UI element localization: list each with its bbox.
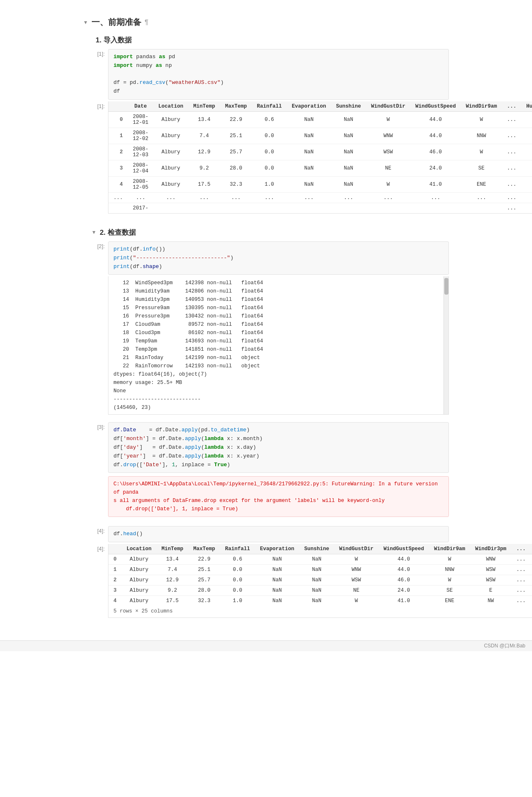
df4-col-winddir3pm: WindDir3pm bbox=[470, 544, 511, 554]
section1-title: 一、前期准备 bbox=[91, 17, 141, 28]
cell1-output: [1]: Date Location MinTemp MaxTemp Rainf… bbox=[83, 101, 449, 214]
df4-col-mintemp: MinTemp bbox=[157, 544, 189, 554]
df1-col-ellipsis: ... bbox=[502, 101, 522, 112]
df4-col-evaporation: Evaporation bbox=[255, 544, 300, 554]
cell1-code[interactable]: import pandas as pd import numpy as np d… bbox=[108, 49, 449, 100]
cell4-label: [4]: bbox=[83, 526, 108, 534]
collapse-triangle: ▼ bbox=[83, 20, 88, 25]
cell3-warning: C:\Users\ADMINI~1\AppData\Local\Temp/ipy… bbox=[83, 475, 449, 519]
cell4-output: [4]: Location MinTemp MaxTemp Rainfall E… bbox=[83, 544, 449, 618]
cell1: [1]: import pandas as pd import numpy as… bbox=[83, 49, 449, 100]
cell2-output: 12 WindSpeed3pm 142398 non-null float64 … bbox=[83, 276, 449, 415]
cell2-text-output: 12 WindSpeed3pm 142398 non-null float64 … bbox=[108, 276, 449, 415]
cell3: [3]: df.Date = df.Date.apply(pd.to_datet… bbox=[83, 422, 449, 473]
df-table-4: Location MinTemp MaxTemp Rainfall Evapor… bbox=[108, 544, 532, 606]
cell2-label: [2]: bbox=[83, 241, 108, 249]
section1-header[interactable]: ▼ 一、前期准备 ¶ bbox=[83, 17, 449, 28]
cell4-df-output: Location MinTemp MaxTemp Rainfall Evapor… bbox=[108, 544, 532, 618]
cell2-code[interactable]: print(df.info()) print("----------------… bbox=[108, 241, 449, 275]
table-row: 3 Albury 9.2 28.0 0.0 NaN NaN NE 24.0 SE bbox=[108, 585, 532, 596]
df1-col-mintemp: MinTemp bbox=[188, 101, 220, 112]
cell2: [2]: print(df.info()) print("-----------… bbox=[83, 241, 449, 275]
cell3-label: [3]: bbox=[83, 422, 108, 430]
cell1-content: import pandas as pd import numpy as np d… bbox=[108, 49, 449, 100]
cell4-code[interactable]: df.head() bbox=[108, 526, 449, 542]
rows-cols-info: 5 rows × 25 columns bbox=[108, 606, 532, 617]
cell2-content: print(df.info()) print("----------------… bbox=[108, 241, 449, 275]
table-row: 2 Albury 12.9 25.7 0.0 NaN NaN WSW 46.0 … bbox=[108, 575, 532, 585]
bottom-bar-text: CSDN @口Mr.Bab bbox=[484, 643, 525, 649]
subsection2-header[interactable]: ▼ 2. 检查数据 bbox=[91, 228, 449, 237]
df-table-1: Date Location MinTemp MaxTemp Rainfall E… bbox=[108, 101, 532, 213]
df1-col-sunshine: Sunshine bbox=[331, 101, 366, 112]
cell3-code[interactable]: df.Date = df.Date.apply(pd.to_datetime) … bbox=[108, 422, 449, 473]
cell1-out-label: [1]: bbox=[83, 101, 108, 109]
cell3-content: df.Date = df.Date.apply(pd.to_datetime) … bbox=[108, 422, 449, 473]
table-row: ... ... ... ... ... ... ... ... ... ... bbox=[108, 192, 532, 203]
df4-col-rainfall: Rainfall bbox=[220, 544, 255, 554]
df4-col-windgustdir: WindGustDir bbox=[334, 544, 379, 554]
table-row: 4 Albury 17.5 32.3 1.0 NaN NaN W 41.0 EN… bbox=[108, 596, 532, 606]
df1-col-date: Date bbox=[128, 101, 154, 112]
df1-col-maxtemp: MaxTemp bbox=[220, 101, 252, 112]
cell2-out-label bbox=[83, 276, 108, 278]
df1-col-location: Location bbox=[153, 101, 188, 112]
cell1-df-output: Date Location MinTemp MaxTemp Rainfall E… bbox=[108, 101, 532, 214]
df4-col-ellipsis: ... bbox=[511, 544, 531, 554]
df1-col-windgustdir: WindGustDir bbox=[366, 101, 411, 112]
collapse-triangle2: ▼ bbox=[91, 229, 96, 235]
cell1-out-content: Date Location MinTemp MaxTemp Rainfall E… bbox=[108, 101, 532, 214]
df4-col-sunshine: Sunshine bbox=[299, 544, 334, 554]
df4-col-location: Location bbox=[122, 544, 157, 554]
df1-col-evaporation: Evaporation bbox=[287, 101, 331, 112]
table-row: 3 2008-12-04 Albury 9.2 28.0 0.0 NaN NaN… bbox=[108, 160, 532, 176]
pilcrow-icon: ¶ bbox=[145, 19, 148, 26]
cell4-out-label: [4]: bbox=[83, 544, 108, 552]
cell1-label: [1]: bbox=[83, 49, 108, 57]
df4-col-windgustspeed: WindGustSpeed bbox=[379, 544, 429, 554]
table-row: 0 2008-12-01 Albury 13.4 22.9 0.6 NaN Na… bbox=[108, 111, 532, 128]
cell4: [4]: df.head() bbox=[83, 526, 449, 542]
cell3-out-content: C:\Users\ADMINI~1\AppData\Local\Temp/ipy… bbox=[108, 475, 449, 519]
table-row: 2 2008-12-03 Albury 12.9 25.7 0.0 NaN Na… bbox=[108, 144, 532, 160]
cell2-text: 12 WindSpeed3pm 142398 non-null float64 … bbox=[108, 276, 448, 414]
warning-block: C:\Users\ADMINI~1\AppData\Local\Temp/ipy… bbox=[108, 476, 449, 517]
df4-col-winddir9am: WindDir9am bbox=[429, 544, 470, 554]
cell4-content: df.head() bbox=[108, 526, 449, 542]
cell4-out-content: Location MinTemp MaxTemp Rainfall Evapor… bbox=[108, 544, 532, 618]
df1-col-windgustspeed: WindGustSpeed bbox=[410, 101, 461, 112]
df1-col-winddir9am: WindDir9am bbox=[461, 101, 502, 112]
cell2-out-content: 12 WindSpeed3pm 142398 non-null float64 … bbox=[108, 276, 449, 415]
bottom-bar: CSDN @口Mr.Bab bbox=[0, 640, 532, 651]
subsection1-header: 1. 导入数据 bbox=[96, 35, 449, 45]
table-row: 1 Albury 7.4 25.1 0.0 NaN NaN WNW 44.0 N… bbox=[108, 565, 532, 575]
df1-col-idx bbox=[108, 101, 128, 112]
table-row: 4 2008-12-05 Albury 17.5 32.3 1.0 NaN Na… bbox=[108, 176, 532, 192]
df4-col-idx bbox=[108, 544, 122, 554]
table-row: 2017- ... bbox=[108, 203, 532, 213]
cell3-out-label bbox=[83, 475, 108, 476]
df4-col-maxtemp: MaxTemp bbox=[188, 544, 220, 554]
df1-col-hum: Hum bbox=[521, 101, 532, 112]
scrollbar-v2[interactable] bbox=[443, 276, 448, 414]
table-row: 0 Albury 13.4 22.9 0.6 NaN NaN W 44.0 W bbox=[108, 554, 532, 565]
df1-col-rainfall: Rainfall bbox=[252, 101, 287, 112]
table-row: 1 2008-12-02 Albury 7.4 25.1 0.0 NaN NaN… bbox=[108, 128, 532, 144]
